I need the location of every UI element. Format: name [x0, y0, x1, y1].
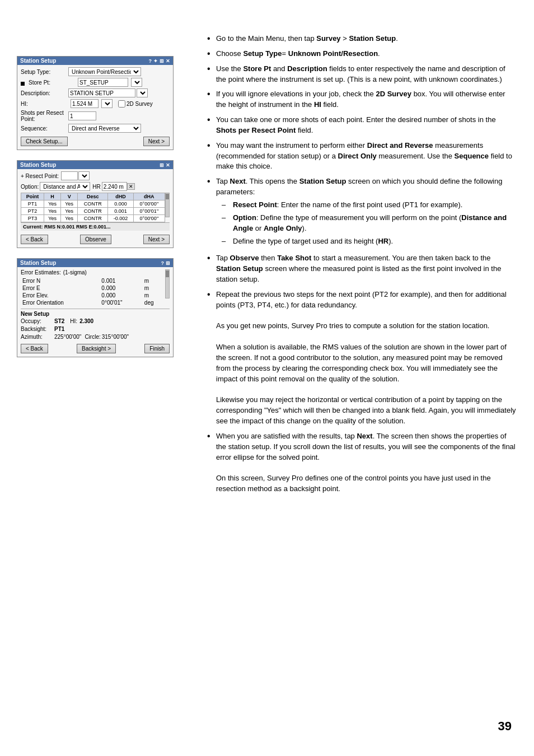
- store-pt-input[interactable]: [78, 78, 128, 87]
- panel1-icons: ? ✦ ⊞ ✕: [149, 58, 171, 64]
- panel3-back-button[interactable]: < Back: [21, 344, 48, 353]
- desc-input[interactable]: [68, 88, 135, 97]
- error-e-unit: m: [143, 284, 165, 292]
- close-icon[interactable]: ✕: [166, 58, 170, 64]
- new-setup-section: New Setup Occupy: ST2 HI: 2.300 Backsigh…: [21, 309, 170, 340]
- shots-input[interactable]: [68, 111, 96, 120]
- panel1-titlebar: Station Setup ? ✦ ⊞ ✕: [17, 57, 173, 65]
- panel2-titlebar: Station Setup ⊞ ✕: [17, 161, 173, 169]
- check-setup-button[interactable]: Check Setup...: [21, 137, 68, 146]
- error-estimates-content: Error Estimates: (1-sigma) Error N 0.001…: [21, 269, 165, 306]
- description-row: Description: ▼: [21, 88, 170, 97]
- bullet-text-4: If you will ignore elevations in your jo…: [216, 89, 517, 110]
- hi-field-label: HI:: [70, 318, 77, 324]
- cell-pt3-dhd: -0.002: [108, 215, 133, 222]
- store-pt-label: Store Pt:: [29, 80, 76, 86]
- error-orient-value: 0°00'01": [100, 299, 143, 306]
- hi-label: HI:: [21, 101, 68, 107]
- error-orient-unit: deg: [143, 299, 165, 306]
- desc-label: Description:: [21, 90, 68, 96]
- bullet-item-8: • Tap Observe then Take Shot to start a …: [207, 253, 517, 285]
- cell-pt3-v[interactable]: Yes: [61, 215, 78, 222]
- survey-2d-checkbox[interactable]: [118, 100, 125, 108]
- error-estimates-container: Error Estimates: (1-sigma) Error N 0.001…: [21, 269, 170, 306]
- panel3-buttons: < Back Backsight > Finish: [21, 343, 170, 354]
- sub-dash-3: –: [222, 236, 233, 247]
- cell-pt3-h[interactable]: Yes: [44, 215, 60, 222]
- cell-pt2-v[interactable]: Yes: [61, 208, 78, 215]
- panel2-next-button[interactable]: Next >: [143, 235, 170, 244]
- resect-point-dropdown[interactable]: ▼: [78, 171, 90, 180]
- panel2-back-button[interactable]: < Back: [21, 235, 48, 244]
- panel3-scrollbar-thumb: [166, 270, 169, 277]
- rms-text: Current: RMS N:0.001 RMS E:0.001...: [21, 222, 170, 231]
- panel1-title: Station Setup: [20, 58, 56, 64]
- observe-button[interactable]: Observe: [80, 235, 111, 244]
- panel3-icons: ? ⊞: [161, 260, 171, 266]
- panel2-menu-icon[interactable]: ⊞: [160, 162, 164, 168]
- col-dhd: dHD: [108, 193, 133, 200]
- finish-button[interactable]: Finish: [144, 344, 170, 353]
- help-icon[interactable]: ?: [149, 58, 152, 64]
- store-pt-bullet: [21, 82, 25, 86]
- panel2-close-icon[interactable]: ✕: [166, 162, 170, 168]
- menu-icon[interactable]: ⊞: [160, 58, 164, 64]
- table-scrollbar[interactable]: [165, 193, 170, 217]
- bullet-dot-4: •: [207, 90, 216, 99]
- bullet-text-1: Go to the Main Menu, then tap Survey > S…: [216, 34, 517, 44]
- hi-input[interactable]: [71, 99, 99, 108]
- desc-dropdown[interactable]: ▼: [137, 88, 148, 97]
- bullet-text-8: Tap Observe then Take Shot to start a me…: [216, 253, 517, 285]
- option-select[interactable]: Distance and Angle: [40, 182, 90, 191]
- sub-text-1: Resect Point: Enter the name of the firs…: [233, 200, 462, 211]
- error-n-value: 0.001: [100, 277, 143, 284]
- backsight-button[interactable]: Backsight >: [77, 344, 116, 353]
- cell-pt2-h[interactable]: Yes: [44, 208, 60, 215]
- bullet-text-7: Tap Next. This opens the Station Setup s…: [216, 176, 517, 249]
- error-n-row: Error N 0.001 m: [21, 277, 165, 284]
- hr-input[interactable]: [102, 182, 127, 191]
- option-label: Option:: [21, 184, 39, 190]
- station-panel-3: Station Setup ? ⊞ Error Estimates: (1-si…: [17, 258, 174, 357]
- setup-type-select[interactable]: Unknown Point/Resection: [68, 67, 141, 76]
- cell-pt1-h[interactable]: Yes: [44, 200, 60, 208]
- sub-dash-1: –: [222, 200, 233, 211]
- store-pt-dropdown[interactable]: ▼: [131, 78, 142, 87]
- hr-unit-btn[interactable]: ✕: [127, 183, 135, 190]
- col-dha: dHA: [133, 193, 165, 200]
- sequence-select[interactable]: Direct and Reverse: [68, 124, 141, 133]
- panel3-help-icon[interactable]: ?: [161, 260, 165, 266]
- star-icon[interactable]: ✦: [153, 58, 158, 64]
- col-h: H: [44, 193, 60, 200]
- circle-label: Circle:: [85, 334, 100, 340]
- panel3-menu-icon[interactable]: ⊞: [166, 260, 170, 266]
- bullet-dot-5: •: [207, 115, 216, 124]
- option-hr-row: Option: Distance and Angle HR ✕: [21, 182, 170, 191]
- bullet-item-4: • If you will ignore elevations in your …: [207, 89, 517, 110]
- sub-item-2: – Option: Define the type of measurement…: [222, 213, 517, 234]
- sequence-row: Sequence: Direct and Reverse: [21, 124, 170, 133]
- panel1-buttons: Check Setup... Next >: [21, 136, 170, 147]
- page-content: Station Setup ? ✦ ⊞ ✕ Setup Type: Unknow…: [0, 0, 534, 756]
- shots-label: Shots per Resect Point:: [21, 110, 68, 122]
- cell-pt3-point: PT3: [21, 215, 44, 222]
- error-elev-row: Error Elev. 0.000 m: [21, 292, 165, 299]
- cell-pt1-v[interactable]: Yes: [61, 200, 78, 208]
- backsight-value: PT1: [54, 326, 64, 332]
- error-e-value: 0.000: [100, 284, 143, 292]
- col-desc: Desc: [78, 193, 108, 200]
- error-e-label: Error E: [21, 284, 100, 292]
- scrollbar-thumb: [166, 194, 169, 199]
- panel1-next-button[interactable]: Next >: [143, 137, 170, 146]
- resect-point-input[interactable]: [61, 171, 78, 180]
- error-n-unit: m: [143, 277, 165, 284]
- bullet-item-2: • Choose Setup Type= Unknown Point/Resec…: [207, 49, 517, 59]
- panel3-scrollbar[interactable]: [165, 269, 170, 298]
- bullet-text-9: Repeat the previous two steps for the ne…: [216, 290, 517, 427]
- azimuth-row: Azimuth: 225°00'00" Circle: 315°00'00": [21, 334, 170, 340]
- hi-unit-select[interactable]: ▼: [101, 99, 113, 108]
- cell-pt2-dha: 0°00'01": [133, 208, 165, 215]
- bullet-text-6: You may want the instrument to perform e…: [216, 141, 517, 172]
- bullet-dot-9: •: [207, 290, 216, 299]
- page-number: 39: [498, 719, 512, 734]
